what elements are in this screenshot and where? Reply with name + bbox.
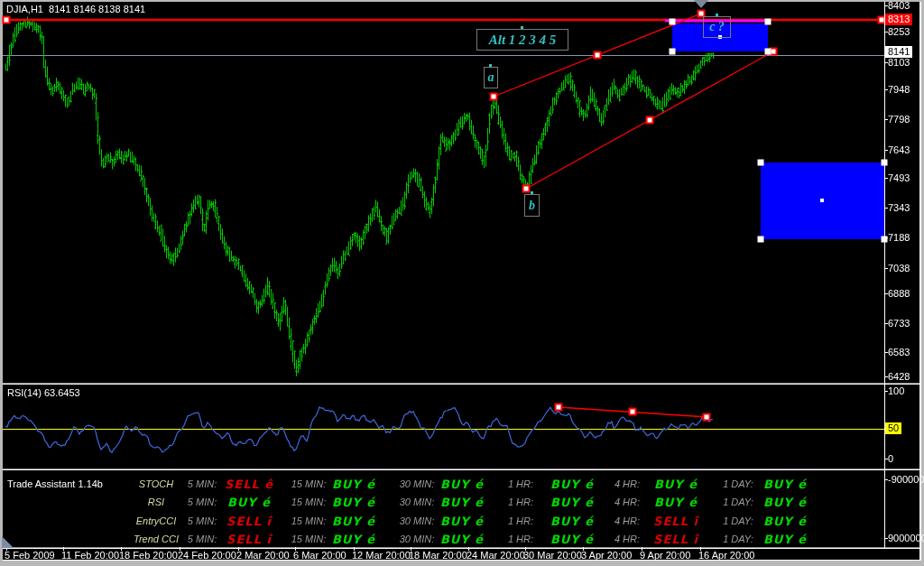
separator-ta-timeaxis-highlight	[3, 548, 920, 549]
rect2-center-anchor[interactable]	[820, 199, 824, 202]
price-axis-label: 7798	[888, 115, 910, 125]
rsi-trendline-handle-0[interactable]	[556, 404, 562, 411]
price-axis-label: 6733	[888, 319, 910, 329]
wave-b-label[interactable]: b	[524, 194, 540, 217]
ta-indicator-stoch: STOCH	[139, 478, 173, 489]
ta-indicator-trend-cci: Trend CCI	[134, 534, 179, 544]
ta-timeframe-label: 5 MIN:	[188, 534, 217, 544]
ta-signal-entrycci-2: BUY é	[332, 515, 375, 528]
pane-resize-grip[interactable]	[2, 536, 14, 548]
ta-timeframe-label: 1 DAY:	[723, 496, 753, 507]
price-axis-label: 8103	[888, 58, 910, 68]
mt4-chart-window: DJIA,H1 8141 8146 8138 8141 RSI(14) 63.6…	[0, 0, 924, 566]
price-axis-label: 7188	[888, 233, 910, 243]
ta-timeframe-label: 30 MIN:	[400, 515, 435, 526]
price-axis-label: 6888	[888, 289, 910, 299]
ta-timeframe-label: 30 MIN:	[400, 534, 435, 544]
ta-signal-entrycci-5: SELL î	[653, 515, 698, 528]
lower-trendline-handle-2[interactable]	[771, 49, 777, 55]
ta-signal-rsi-3: BUY é	[440, 496, 484, 509]
separator-main-rsi-highlight	[3, 384, 920, 385]
ta-timeframe-label: 30 MIN:	[400, 496, 435, 507]
ta-timeframe-label: 5 MIN:	[188, 496, 217, 507]
ta-signal-entrycci-4: BUY é	[550, 515, 594, 528]
wave-a-label[interactable]: a	[484, 67, 498, 88]
rect2-handle-0[interactable]	[758, 160, 764, 166]
down-arrow-marker[interactable]	[694, 0, 708, 8]
ta-timeframe-label: 1 DAY:	[723, 478, 753, 489]
rect1-handle-2[interactable]	[670, 49, 676, 55]
ta-timeframe-label: 1 HR:	[508, 478, 533, 489]
rsi-trendline-handle-2[interactable]	[704, 414, 710, 421]
ta-signal-stoch-6: BUY é	[763, 478, 807, 491]
ta-signal-entrycci-3: BUY é	[440, 515, 484, 528]
rsi-title: RSI(14) 63.6453	[7, 387, 80, 398]
ta-timeframe-label: 4 HR:	[614, 496, 640, 507]
rect1-handle-3[interactable]	[765, 49, 772, 55]
ta-timeframe-label: 15 MIN:	[291, 478, 327, 489]
price-axis-label: 7948	[888, 85, 910, 95]
wave-c-label-anchor-dot	[716, 14, 718, 16]
price-axis-label: 7643	[888, 145, 910, 155]
alt-count-label-anchor-dot	[521, 26, 523, 29]
ta-signal-trend-cci-2: BUY é	[332, 533, 375, 546]
ta-timeframe-label: 5 MIN:	[188, 515, 217, 526]
ta-signal-stoch-2: BUY é	[332, 478, 375, 491]
rect2-handle-2[interactable]	[758, 237, 764, 243]
ta-timeframe-label: 1 DAY:	[723, 515, 753, 526]
alt-count-label[interactable]: Alt 1 2 3 4 5	[476, 29, 568, 51]
price-axis-label: 0	[888, 454, 893, 464]
price-axis-label: 6428	[888, 372, 910, 382]
wave-c-label[interactable]: c ?	[703, 16, 731, 38]
wave-a-label-anchor-dot	[489, 64, 492, 67]
price-axis-separator	[884, 2, 885, 548]
trade-assistant-title: Trade Assistant 1.14b	[7, 478, 103, 489]
ta-signal-rsi-6: BUY é	[763, 496, 807, 509]
lower-trendline-handle-1[interactable]	[647, 117, 653, 124]
ta-timeframe-label: 4 HR:	[614, 534, 640, 544]
lower-trendline-handle-0[interactable]	[523, 186, 530, 192]
wave-b-label-anchor-dot	[531, 191, 533, 194]
ta-timeframe-label: 5 MIN:	[188, 478, 217, 489]
ta-signal-entrycci-1: SELL î	[226, 515, 272, 528]
price-axis-label: 6583	[888, 348, 910, 357]
ta-signal-rsi-2: BUY é	[332, 496, 375, 509]
rect1-handle-1[interactable]	[765, 19, 772, 25]
price-axis-label: 7493	[888, 173, 910, 183]
hline-handle-0[interactable]	[4, 17, 10, 23]
ta-timeframe-label: 4 HR:	[614, 515, 640, 526]
ta-signal-rsi-4: BUY é	[550, 496, 594, 509]
ta-signal-stoch-1: SELL ê	[225, 478, 273, 491]
ta-signal-entrycci-6: BUY é	[763, 515, 807, 528]
ta-signal-rsi-1: BUY é	[227, 496, 271, 509]
ta-indicator-rsi: RSI	[148, 496, 164, 507]
price-axis-label: 8403	[888, 1, 910, 11]
price-axis-highlight-50: 50	[885, 422, 901, 434]
ta-signal-stoch-5: BUY é	[654, 478, 698, 491]
price-axis-label: 7343	[888, 203, 910, 213]
price-axis-label: 8253	[888, 27, 910, 37]
ta-timeframe-label: 4 HR:	[614, 478, 640, 489]
upper-trendline-handle-1[interactable]	[595, 52, 601, 59]
price-axis-label: 7038	[888, 264, 910, 274]
ta-signal-trend-cci-3: BUY é	[440, 533, 484, 546]
ta-timeframe-label: 15 MIN:	[291, 496, 327, 507]
ta-timeframe-label: 1 HR:	[508, 534, 533, 544]
ta-signal-rsi-5: BUY é	[654, 496, 698, 509]
price-axis-label: 90000000	[888, 534, 924, 543]
ta-timeframe-label: 1 DAY:	[723, 534, 753, 544]
ta-signal-trend-cci-4: BUY é	[550, 533, 594, 546]
window-right-border	[919, 2, 921, 561]
ta-timeframe-label: 30 MIN:	[400, 478, 435, 489]
ta-signal-stoch-4: BUY é	[550, 478, 594, 491]
price-axis-highlight-8313: 8313	[885, 14, 912, 25]
ta-signal-trend-cci-1: SELL î	[226, 533, 272, 546]
ta-indicator-entrycci: EntryCCI	[136, 515, 177, 526]
rsi-trendline-handle-1[interactable]	[630, 409, 636, 415]
ta-signal-trend-cci-5: SELL î	[653, 533, 698, 546]
window-bottom-border	[3, 560, 921, 561]
ta-timeframe-label: 15 MIN:	[291, 534, 327, 544]
rect1-handle-0[interactable]	[670, 19, 676, 25]
ta-timeframe-label: 1 HR:	[508, 515, 533, 526]
upper-trendline-handle-0[interactable]	[491, 94, 497, 100]
